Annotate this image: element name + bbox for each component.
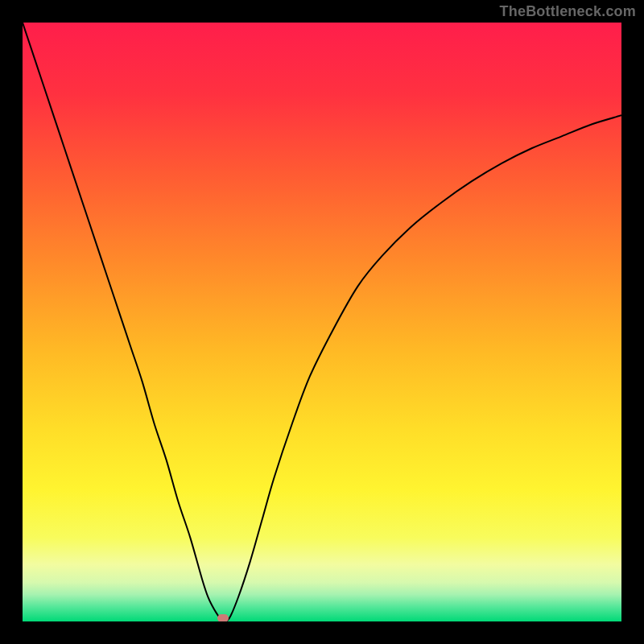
watermark-text: TheBottleneck.com (500, 3, 636, 20)
plot-area (23, 23, 621, 621)
chart-frame: TheBottleneck.com (0, 0, 644, 644)
optimum-marker (217, 614, 229, 621)
gradient-background (23, 23, 621, 621)
chart-svg (23, 23, 621, 621)
